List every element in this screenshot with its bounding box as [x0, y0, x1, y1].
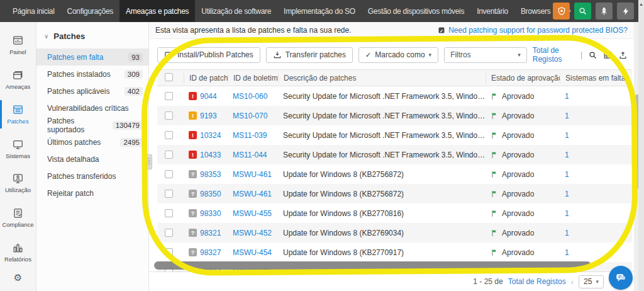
topnav-item[interactable]: Página inicial [6, 0, 61, 22]
patch-id-link[interactable]: 9044 [200, 92, 217, 101]
col-missing-systems[interactable]: Sistemas em falta [560, 73, 632, 83]
patch-description: Update for Windows 8 (KB2769034) [278, 229, 486, 237]
missing-systems-link[interactable]: 1 [565, 111, 569, 120]
patch-id-link[interactable]: 10433 [200, 151, 221, 159]
column-chooser-icon[interactable] [603, 50, 613, 60]
missing-systems-link[interactable]: 1 [565, 248, 569, 257]
row-checkbox[interactable] [165, 248, 173, 256]
missing-systems-link[interactable]: 1 [565, 170, 569, 179]
bulletin-id-link[interactable]: MSWU-452 [233, 229, 272, 237]
scroll-up-icon[interactable]: ▲ [638, 2, 644, 6]
missing-systems-link[interactable]: 1 [565, 209, 569, 218]
page-scrollbar[interactable]: ▲ [638, 0, 644, 291]
bulletin-id-link[interactable]: MS10-060 [233, 92, 267, 101]
main-content: Esta vista apresenta a lista de patches … [149, 22, 634, 291]
missing-systems-link[interactable]: 1 [565, 131, 569, 140]
table-search-icon[interactable] [588, 50, 597, 60]
missing-systems-link[interactable]: 1 [565, 229, 569, 237]
patches-menu-item[interactable]: Rejeitar patch [36, 185, 148, 202]
bulletin-id-link[interactable]: MS11-044 [233, 151, 267, 159]
horizontal-scrollbar[interactable] [154, 261, 591, 270]
install-publish-button[interactable]: Install/Publish Patches [157, 47, 260, 63]
missing-systems-link[interactable]: 1 [565, 190, 569, 198]
patches-menu-header[interactable]: ∨ Patches [36, 22, 148, 48]
sidebar-item-sistemas[interactable]: Sistemas [0, 132, 36, 166]
approved-flag-icon [491, 248, 499, 257]
patches-menu-item[interactable]: Últimos patches 2495 [36, 134, 148, 151]
search-icon[interactable] [574, 3, 591, 20]
patch-id-link[interactable]: 98327 [200, 248, 221, 257]
missing-systems-link[interactable]: 1 [565, 151, 569, 159]
patches-menu-item[interactable]: Patches suportados 130479 [36, 117, 148, 134]
bulletin-id-link[interactable]: MS10-070 [233, 111, 267, 120]
prev-page-icon[interactable]: ‹ [571, 277, 574, 287]
sidebar-item-utilizacao[interactable]: Utilização [0, 166, 36, 201]
col-bulletin-id[interactable]: ID de boletim [228, 73, 278, 83]
pagination-total-link[interactable]: Total de Registos [508, 277, 566, 286]
table-toolbar: Install/Publish Patches Transferir patch… [157, 46, 628, 64]
bulletin-id-link[interactable]: MS11-039 [233, 131, 267, 140]
row-checkbox[interactable] [165, 190, 173, 198]
topnav-item[interactable]: Configurações [61, 0, 119, 22]
chat-support-button[interactable] [609, 266, 633, 290]
settings-gear-icon[interactable]: ⚙ [0, 272, 36, 291]
sidebar-item-patches[interactable]: Patches [0, 97, 36, 132]
sidebar-item-ameacas[interactable]: Ameaças [0, 62, 36, 97]
export-icon[interactable] [618, 50, 628, 60]
bulletin-id-link[interactable]: MSWU-454 [233, 248, 272, 257]
flash-icon[interactable] [617, 3, 634, 20]
sidebar-item-compliance[interactable]: Compliance [0, 200, 36, 235]
topnav-item[interactable]: Ameaças e patches [119, 0, 195, 22]
topnav-item[interactable]: Utilização de software [195, 0, 277, 22]
row-checkbox[interactable] [165, 151, 173, 159]
bulletin-id-link[interactable]: MSWU-455 [233, 209, 272, 218]
security-shield-icon[interactable] [553, 3, 570, 20]
patch-id-link[interactable]: 9193 [200, 111, 217, 120]
patch-id-link[interactable]: 10324 [200, 131, 221, 140]
select-all-checkbox[interactable] [165, 73, 173, 81]
reports-icon [12, 242, 24, 254]
marked-as-button[interactable]: ✓ Marcado como ▾ [358, 47, 438, 63]
sidebar-item-painel[interactable]: Painel [0, 28, 36, 62]
transfer-patches-button[interactable]: Transferir patches [266, 47, 353, 63]
rocket-icon[interactable] [596, 3, 613, 20]
patches-menu-item[interactable]: Vulnerabilidades críticas [36, 100, 148, 117]
systems-icon [12, 139, 24, 151]
bios-support-link[interactable]: Need patching support for password prote… [438, 26, 628, 35]
patch-id-link[interactable]: 98330 [200, 209, 221, 218]
approval-status: Aprovado [486, 209, 560, 218]
col-approval-status[interactable]: Estado de aprovação [486, 73, 560, 83]
panel-resize-handle[interactable] [146, 154, 152, 169]
sidebar-item-relatorios[interactable]: Relatórios [0, 235, 36, 270]
sidebar-item-label: Ameaças [6, 83, 31, 90]
col-patch-id[interactable]: ID de patch [184, 73, 228, 83]
sidebar-item-label: Sistemas [6, 152, 30, 159]
patches-menu-item[interactable]: Patches transferidos [36, 168, 148, 185]
patches-menu-item[interactable]: Patches em falta 93 [36, 48, 148, 66]
page-size-select[interactable]: 25 ▾ [579, 275, 604, 288]
row-checkbox[interactable] [165, 131, 173, 139]
patch-id-link[interactable]: 98353 [200, 170, 221, 179]
row-checkbox[interactable] [165, 229, 173, 237]
bulletin-id-link[interactable]: MSWU-461 [233, 190, 272, 198]
row-checkbox[interactable] [165, 170, 173, 178]
severity-icon: ! [189, 131, 197, 139]
row-checkbox[interactable] [165, 209, 173, 217]
patches-menu-item[interactable]: Vista detalhada [36, 151, 148, 168]
toolbar-right: Total de Registos | [533, 46, 628, 64]
missing-systems-link[interactable]: 1 [565, 92, 569, 101]
topnav-item[interactable]: Inventário [470, 0, 514, 22]
patches-menu-item[interactable]: Patches instalados 309 [36, 66, 148, 83]
patches-menu-item[interactable]: Patches aplicáveis 402 [36, 83, 148, 100]
filters-dropdown[interactable]: Filtros ▾ [444, 47, 527, 63]
topnav-item[interactable]: Gestão de dispositivos móveis [362, 0, 470, 22]
row-checkbox[interactable] [165, 111, 173, 120]
col-description[interactable]: Descrição de patches [278, 73, 486, 83]
bulletin-id-link[interactable]: MSWU-461 [233, 170, 272, 179]
row-checkbox[interactable] [165, 92, 173, 100]
patch-id-link[interactable]: 98350 [200, 190, 221, 198]
topnav-item[interactable]: Implementação do SO [277, 0, 362, 22]
total-records-link[interactable]: Total de Registos [533, 46, 575, 64]
topnav-item[interactable]: Browsers [514, 0, 557, 22]
patch-id-link[interactable]: 98321 [200, 229, 221, 237]
